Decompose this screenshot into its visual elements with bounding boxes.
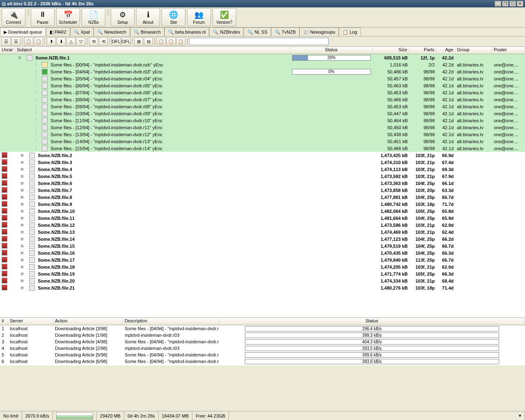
tab-nzbindex[interactable]: 🔍NZBIndex (209, 27, 244, 36)
expand-icon[interactable]: ⊞ (19, 278, 25, 283)
table-row[interactable]: ⊞ Some.NZB.file.191,471,774 kB105f, 25p6… (0, 270, 525, 277)
col-parts[interactable]: Parts (409, 47, 436, 54)
expand-icon[interactable]: ⊞ (19, 285, 25, 290)
col-status[interactable]: Status (290, 47, 372, 54)
tab-nl-ss[interactable]: 🔍NL SS (244, 27, 271, 36)
table-row[interactable]: ⊞ Some.NZB.file.151,479,519 kB104f, 25p6… (0, 242, 525, 249)
table-row[interactable]: ⋮ Some files - [10/94] - "mptdvd-insidem… (0, 110, 525, 117)
expand-icon[interactable]: ⊞ (19, 167, 25, 172)
tab-par2[interactable]: ◧PAR2 (46, 27, 70, 36)
expand-icon[interactable]: ⊞ (19, 257, 25, 262)
table-row[interactable]: ⋮ Some files - [13/94] - "mptdvd-insidem… (0, 131, 525, 138)
table-row[interactable]: ⊞ Some.NZB.file.81,477,881 kB104f, 25p66… (0, 194, 525, 201)
table-row[interactable]: ⋮ Some files - [14/94] - "mptdvd-insidem… (0, 138, 525, 145)
collapse-icon[interactable]: ⊟ (17, 55, 23, 60)
table-row[interactable]: ⊞ Some.NZB.file.51,473,582 kB103f, 21p67… (0, 173, 525, 180)
tab-beta-binaries-nl[interactable]: 🔍beta.binaries.nl (164, 27, 210, 36)
expand-icon[interactable]: ⊞ (19, 194, 25, 200)
col-group[interactable]: Group (455, 47, 492, 54)
expand-icon[interactable]: ⊞ (19, 250, 25, 256)
tab-tvnzb[interactable]: 🔍TvNZB (271, 27, 299, 36)
minibtn-14[interactable]: 📋 (157, 37, 166, 46)
col-conn-status[interactable]: Status (219, 318, 525, 325)
expand-icon[interactable]: ⊞ (19, 160, 25, 165)
minibtn-8[interactable]: ⟲ (89, 37, 98, 46)
toolbar-setup[interactable]: ⚙Setup (111, 8, 135, 26)
table-row[interactable]: ⊞ Some.NZB.file.121,473,586 kB103f, 21p6… (0, 221, 525, 228)
tab-download-queue[interactable]: ▶Download queue (0, 27, 46, 36)
connection-row[interactable]: 1localhostDownloading Article [3/98]Some… (0, 325, 525, 332)
minibtn-0[interactable]: ☰ (2, 37, 11, 46)
table-row[interactable]: ⊞ Some.NZB.file.211,480,276 kB103f, 18p7… (0, 284, 525, 291)
toolbar-nzbs[interactable]: 📄NZBs (82, 8, 105, 26)
expand-icon[interactable]: ⊞ (19, 264, 25, 269)
table-row[interactable]: ⊞ Some.NZB.file.161,470,435 kB104f, 25p6… (0, 249, 525, 256)
table-row[interactable]: ⊞ Some.NZB.file.61,473,363 kB104f, 25p66… (0, 180, 525, 187)
tab-newsgroups[interactable]: 📰Newsgroups (299, 27, 339, 36)
table-row[interactable]: ⋮ Some files - [00/94] - "mptdvd-insidem… (0, 61, 525, 68)
table-row[interactable]: ⊞ Some.NZB.file.101,482,064 kB105f, 25p6… (0, 208, 525, 215)
toolbar-pause[interactable]: ⏸Pause (31, 8, 55, 26)
table-row[interactable]: ⊞ Some.NZB.file.111,481,664 kB104f, 25p6… (0, 215, 525, 221)
minibtn-10[interactable]: OFL (112, 37, 121, 46)
minibtn-13[interactable]: ⊟ (144, 37, 153, 46)
minibtn-9[interactable]: ⟲ (99, 37, 108, 46)
expand-icon[interactable]: ⊞ (19, 243, 25, 249)
close-button[interactable]: ✕ (517, 1, 523, 7)
expand-icon[interactable]: ⊞ (19, 222, 25, 228)
maximize-button[interactable]: ☐ (509, 1, 516, 7)
col-conn-desc[interactable]: Description (123, 318, 219, 325)
col-conn-server[interactable]: Server (8, 318, 53, 325)
minibtn-1[interactable]: ☰ (11, 37, 21, 46)
dropdown-icon[interactable]: ▾ (516, 411, 525, 420)
expand-icon[interactable]: ⊞ (19, 236, 25, 242)
minimize-button[interactable]: _ (495, 1, 501, 7)
minibtn-5[interactable]: ⬇ (57, 37, 66, 46)
connection-row[interactable]: 5localhostDownloading Article [5/98]Some… (0, 352, 525, 358)
toolbar-about[interactable]: ℹAbout (136, 8, 160, 26)
connection-row[interactable]: 3localhostDownloading Article [4/98]Some… (0, 338, 525, 345)
expand-icon[interactable]: ⊞ (19, 187, 25, 193)
connection-row[interactable]: 4localhostDownloading Article [2/98]mptd… (0, 345, 525, 352)
table-row[interactable]: ⊞ Some.NZB.file.201,474,334 kB103f, 21p6… (0, 277, 525, 284)
table-row[interactable]: ⊞ Some.NZB.file.91,480,742 kB103f, 18p71… (0, 201, 525, 208)
table-row[interactable]: ⋮ Some files - [15/94] - "mptdvd-insidem… (0, 145, 525, 152)
minibtn-12[interactable]: ⊞ (134, 37, 143, 46)
download-queue-list[interactable]: Unrar Subject Status Size Parts Age Grou… (0, 47, 525, 317)
col-age[interactable]: Age (436, 47, 455, 54)
table-row[interactable]: ⋮ Some files - [04/94] - "mptdvd-insidem… (0, 68, 525, 75)
tab-log[interactable]: 📋Log (339, 27, 361, 36)
tab-binsearch[interactable]: 🔍Binsearch (130, 27, 164, 36)
expand-icon[interactable]: ⊞ (19, 215, 25, 221)
expand-icon[interactable]: ⊞ (19, 229, 25, 235)
table-row[interactable]: ⋮ Some files - [11/94] - "mptdvd-insidem… (0, 117, 525, 124)
table-row[interactable]: ⊞ Some.NZB.file.31,474,310 kB103f, 21p67… (0, 159, 525, 166)
table-row[interactable]: ⊞ Some.NZB.file.171,479,840 kB113f, 25p6… (0, 256, 525, 263)
toolbar-scheduler[interactable]: 📅Scheduler (56, 8, 80, 26)
table-row[interactable]: ⊟ Some.NZB.file.120%605,515 kB12f, 1p42.… (0, 54, 525, 61)
expand-icon[interactable]: ⊞ (19, 180, 25, 186)
tab-newzleech[interactable]: 🔍Newzleech (94, 27, 130, 36)
tab-xpat[interactable]: 🔍Xpat (70, 27, 94, 36)
minibtn-7[interactable]: ▽ (76, 37, 85, 46)
expand-icon[interactable]: ⊞ (19, 173, 25, 179)
toolbar-forum[interactable]: 👥Forum (187, 8, 211, 26)
connection-row[interactable]: 2localhostDownloading Article [1/98]mptd… (0, 332, 525, 338)
col-unrar[interactable]: Unrar (0, 47, 15, 54)
expand-icon[interactable]: ⊞ (19, 201, 25, 207)
minibtn-6[interactable]: △ (66, 37, 75, 46)
connection-row[interactable]: 6localhostDownloading Article [6/98]Some… (0, 358, 525, 365)
toolbar-version[interactable]: ✅Version? (212, 8, 236, 26)
table-row[interactable]: ⊞ Some.NZB.file.21,473,425 kB103f, 21p66… (0, 152, 525, 159)
col-subject[interactable]: Subject (15, 47, 290, 54)
limit-cell[interactable]: No limit (0, 411, 22, 420)
restore-button[interactable]: ❐ (502, 1, 509, 7)
expand-icon[interactable]: ⊞ (19, 208, 25, 214)
table-row[interactable]: ⋮ Some files - [06/94] - "mptdvd-insidem… (0, 82, 525, 89)
toolbar-connect[interactable]: 🔌Connect (2, 8, 25, 26)
table-row[interactable]: ⊞ Some.NZB.file.71,473,858 kB103f, 20p63… (0, 187, 525, 194)
table-row[interactable]: ⊞ Some.NZB.file.41,474,113 kB103f, 21p69… (0, 166, 525, 173)
table-row[interactable]: ⊞ Some.NZB.file.181,474,205 kB103f, 21p6… (0, 263, 525, 270)
minibtn-16[interactable]: 📋 (176, 37, 185, 46)
toolbar-site[interactable]: 🌐Site (162, 8, 185, 26)
